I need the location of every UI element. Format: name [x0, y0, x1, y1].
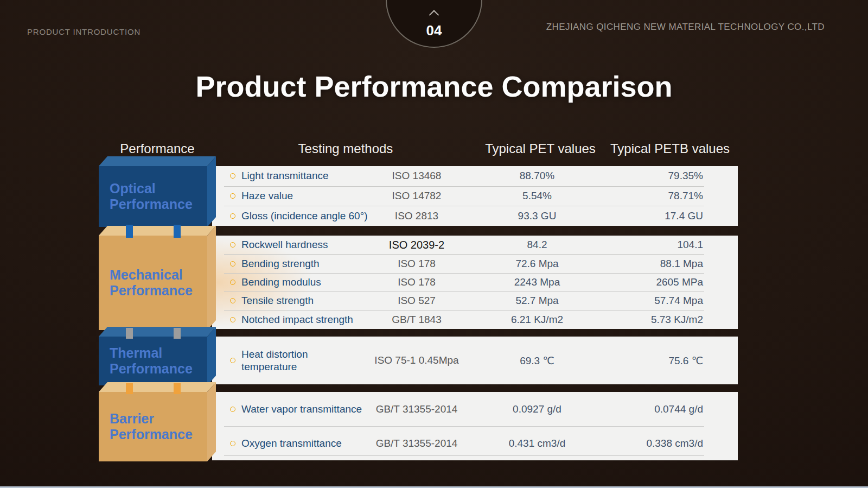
- row-petb-value: 78.71%: [573, 190, 703, 202]
- circle-bullet-icon: [230, 242, 235, 248]
- row-testing-method: ISO 527: [341, 295, 493, 307]
- row-petb-value: 17.4 GU: [573, 210, 703, 222]
- company-name: ZHEJIANG QICHENG NEW MATERIAL TECHNOLOGY…: [546, 22, 825, 33]
- connector-peg: [174, 328, 181, 339]
- circle-bullet-icon: [230, 261, 235, 267]
- box-top-face: [99, 382, 216, 392]
- box-top-face: [99, 156, 216, 166]
- section-band-optical-performance: Light transmittanceISO 1346888.70%79.35%…: [212, 166, 738, 226]
- table-row: Light transmittanceISO 1346888.70%79.35%: [212, 166, 738, 186]
- eyebrow-label: PRODUCT INTRODUCTION: [27, 27, 141, 36]
- row-testing-method: GB/T 31355-2014: [341, 438, 493, 449]
- row-petb-value: 0.338 cm3/d: [573, 438, 703, 449]
- table-row: Bending strengthISO 17872.6 Mpa88.1 Mpa: [212, 254, 738, 272]
- row-testing-method: ISO 13468: [341, 170, 493, 182]
- table-row: Tensile strengthISO 52752.7 Mpa57.74 Mpa: [212, 291, 738, 310]
- category-box-optical-performance: Optical Performance: [99, 156, 216, 227]
- category-box-barrier-performance: Barrier Performance: [99, 382, 216, 461]
- section-band-barrier-performance: Water vapor transmittanceGB/T 31355-2014…: [212, 392, 738, 460]
- box-front-face: Mechanical Performance: [99, 236, 207, 330]
- column-header-performance: Performance: [98, 141, 217, 156]
- table-row: Rockwell hardnessISO 2039-284.2104.1: [212, 236, 738, 254]
- box-right-face: [207, 382, 216, 461]
- row-petb-value: 5.73 KJ/m2: [573, 314, 703, 326]
- category-label-mechanical-performance: Mechanical Performance: [110, 267, 203, 299]
- table-row: Gloss (incidence angle 60°)ISO 281393.3 …: [212, 206, 738, 226]
- row-testing-method: ISO 14782: [341, 190, 493, 202]
- row-petb-value: 0.0744 g/d: [573, 403, 703, 415]
- circle-bullet-icon: [230, 358, 235, 363]
- row-petb-value: 88.1 Mpa: [573, 258, 703, 270]
- connector-peg: [174, 225, 181, 238]
- table-row: Bending modulusISO 1782243 Mpa2605 MPa: [212, 273, 738, 291]
- section-band-thermal-performance: Heat distortion temperatureISO 75-1 0.45…: [212, 337, 738, 384]
- page-number: 04: [387, 22, 481, 39]
- row-separator: [224, 254, 704, 255]
- page-indicator-badge: 04: [386, 0, 482, 48]
- row-separator: [224, 186, 704, 187]
- connector-peg: [126, 383, 133, 394]
- circle-bullet-icon: [230, 173, 235, 179]
- row-separator: [224, 455, 704, 456]
- box-front-face: Optical Performance: [99, 166, 207, 227]
- row-separator: [224, 273, 704, 274]
- row-testing-method: ISO 2813: [341, 210, 493, 222]
- row-testing-method: GB/T 31355-2014: [341, 403, 493, 415]
- column-header-testing-methods: Testing methods: [280, 141, 411, 156]
- circle-bullet-icon: [230, 193, 235, 199]
- connector-peg: [126, 328, 133, 339]
- circle-bullet-icon: [230, 298, 235, 303]
- box-top-face: [99, 226, 216, 236]
- row-separator: [224, 206, 704, 206]
- box-front-face: Thermal Performance: [99, 337, 207, 385]
- box-top-face: [99, 327, 216, 337]
- category-box-mechanical-performance: Mechanical Performance: [99, 226, 216, 330]
- table-row: Notched impact strengthGB/T 18436.21 KJ/…: [212, 310, 738, 329]
- column-header-pet-values: Typical PET values: [475, 141, 605, 156]
- box-right-face: [207, 226, 216, 330]
- chevron-up-icon: [429, 10, 439, 20]
- row-separator: [224, 310, 704, 311]
- row-separator: [224, 426, 704, 427]
- row-petb-value: 104.1: [573, 239, 703, 251]
- circle-bullet-icon: [230, 407, 235, 412]
- circle-bullet-icon: [230, 280, 235, 285]
- column-header-petb-values: Typical PETB values: [605, 141, 735, 156]
- circle-bullet-icon: [230, 317, 235, 322]
- table-row: Water vapor transmittanceGB/T 31355-2014…: [212, 392, 738, 426]
- table-row: Haze valueISO 147825.54%78.71%: [212, 186, 738, 206]
- row-testing-method: GB/T 1843: [341, 314, 493, 326]
- connector-peg: [174, 383, 181, 394]
- row-testing-method: ISO 2039-2: [341, 239, 493, 251]
- table-row: Heat distortion temperatureISO 75-1 0.45…: [212, 337, 738, 384]
- connector-peg: [126, 225, 133, 238]
- row-petb-value: 57.74 Mpa: [573, 295, 703, 307]
- page-title: Product Performance Comparison: [0, 69, 868, 103]
- row-testing-method: ISO 178: [341, 276, 493, 288]
- row-testing-method: ISO 178: [341, 258, 493, 270]
- circle-bullet-icon: [230, 441, 235, 446]
- category-box-thermal-performance: Thermal Performance: [99, 327, 216, 385]
- row-testing-method: ISO 75-1 0.45Mpa: [341, 354, 493, 366]
- box-front-face: Barrier Performance: [99, 392, 207, 461]
- circle-bullet-icon: [230, 213, 235, 219]
- slide: PRODUCT INTRODUCTION ZHEJIANG QICHENG NE…: [0, 0, 868, 488]
- box-right-face: [207, 327, 216, 385]
- row-petb-value: 79.35%: [573, 170, 703, 182]
- box-right-face: [207, 156, 216, 227]
- row-petb-value: 2605 MPa: [573, 276, 703, 288]
- category-label-optical-performance: Optical Performance: [110, 181, 203, 213]
- category-label-barrier-performance: Barrier Performance: [110, 411, 203, 443]
- section-band-mechanical-performance: Rockwell hardnessISO 2039-284.2104.1Bend…: [212, 236, 738, 329]
- category-label-thermal-performance: Thermal Performance: [110, 345, 203, 377]
- row-petb-value: 75.6 ℃: [573, 354, 703, 367]
- row-separator: [224, 291, 704, 292]
